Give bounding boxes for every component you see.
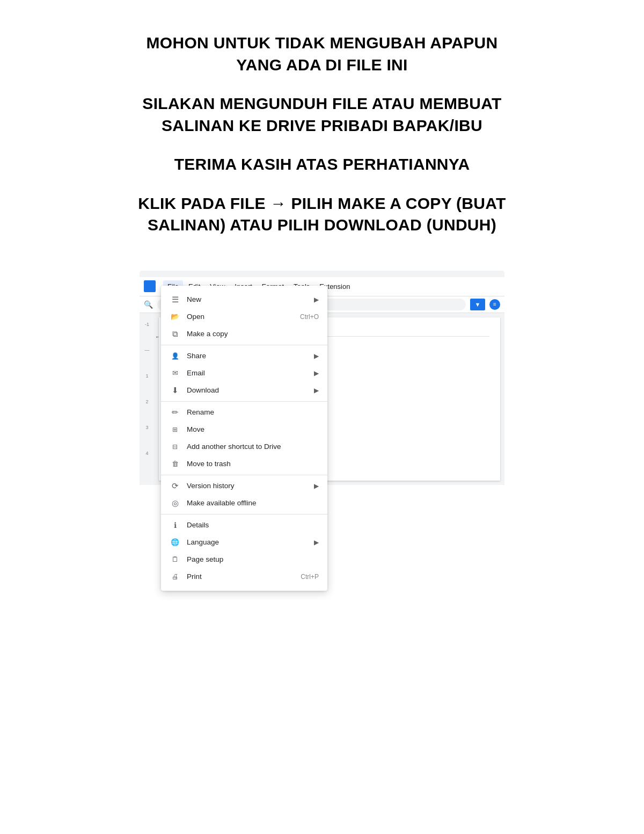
ruler-mark-3: 3	[145, 425, 148, 430]
share-label: Share	[187, 352, 308, 360]
menu-item-trash[interactable]: Move to trash	[161, 455, 327, 473]
menu-item-language[interactable]: Language ▶	[161, 534, 327, 551]
email-arrow: ▶	[314, 369, 319, 377]
menu-item-addshortcut[interactable]: Add another shortcut to Drive	[161, 438, 327, 455]
language-arrow: ▶	[314, 539, 319, 546]
docs-logo	[144, 280, 156, 292]
screenshot-area: File Edit View Insert Format Tools Exten…	[140, 271, 504, 485]
search-icon: 🔍	[144, 300, 153, 309]
instructions-section: MOHON UNTUK TIDAK MENGUBAH APAPUN YANG A…	[91, 32, 553, 253]
pagesetup-label: Page setup	[187, 555, 319, 563]
move-label: Move	[187, 425, 319, 433]
versionhistory-label: Version history	[187, 482, 308, 490]
heading-line-2: YANG ADA DI FILE INI	[91, 54, 553, 76]
heading-line-4: SALINAN KE DRIVE PRIBADI BAPAK/IBU	[91, 115, 553, 137]
trash-label: Move to trash	[187, 460, 319, 468]
offline-label: Make available offline	[187, 499, 319, 507]
new-label: New	[187, 295, 308, 303]
menu-item-download[interactable]: Download ▶	[161, 382, 327, 399]
menu-item-makecopy[interactable]: Make a copy	[161, 325, 327, 343]
email-icon	[170, 368, 180, 379]
details-icon	[170, 520, 180, 531]
heading-block-4: KLIK PADA FILE → PILIH MAKE A COPY (BUAT…	[91, 193, 553, 236]
menu-item-move[interactable]: Move	[161, 421, 327, 438]
menu-item-print[interactable]: Print Ctrl+P	[161, 568, 327, 585]
download-label: Download	[187, 386, 308, 394]
ruler-mark-1: 1	[145, 373, 148, 379]
history-icon	[170, 481, 180, 491]
language-icon	[170, 537, 180, 548]
menu-item-details[interactable]: Details	[161, 517, 327, 534]
rename-icon	[170, 407, 180, 418]
heading-block-2: SILAKAN MENGUNDUH FILE ATAU MEMBUAT SALI…	[91, 93, 553, 136]
offline-icon	[170, 498, 180, 509]
share-arrow: ▶	[314, 352, 319, 360]
language-label: Language	[187, 538, 308, 546]
menu-item-share[interactable]: Share ▶	[161, 347, 327, 365]
email-label: Email	[187, 369, 308, 377]
print-icon	[170, 571, 180, 582]
menu-item-pagesetup[interactable]: Page setup	[161, 551, 327, 568]
menu-item-rename[interactable]: Rename	[161, 404, 327, 421]
print-label: Print	[187, 572, 294, 581]
menu-item-open[interactable]: Open Ctrl+O	[161, 308, 327, 325]
trash-icon	[170, 459, 180, 469]
menu-section-manage: Rename Move Add another shortcut to Driv…	[161, 402, 327, 475]
details-label: Details	[187, 521, 319, 529]
menu-section-version: Version history ▶ Make available offline	[161, 475, 327, 514]
menu-item-email[interactable]: Email ▶	[161, 365, 327, 382]
menu-section-file: New ▶ Open Ctrl+O Make a copy	[161, 289, 327, 345]
print-shortcut: Ctrl+P	[301, 573, 319, 581]
filter-icon-blue: ≡	[489, 299, 500, 310]
copy-icon	[170, 329, 180, 339]
file-dropdown-menu: New ▶ Open Ctrl+O Make a copy	[161, 286, 327, 591]
menu-item-offline[interactable]: Make available offline	[161, 495, 327, 512]
filter-button[interactable]: ▼	[470, 299, 485, 310]
heading-block-1: MOHON UNTUK TIDAK MENGUBAH APAPUN YANG A…	[91, 32, 553, 76]
heading-block-3: TERIMA KASIH ATAS PERHATIANNYA	[91, 154, 553, 176]
addshortcut-icon	[170, 441, 180, 452]
rename-label: Rename	[187, 408, 319, 416]
heading-line-1: MOHON UNTUK TIDAK MENGUBAH APAPUN	[91, 32, 553, 54]
move-icon	[170, 424, 180, 435]
filter-icon: ▼	[475, 301, 481, 308]
ruler-left: -1 — 1 2 3 4	[140, 317, 155, 481]
heading-line-6: KLIK PADA FILE → PILIH MAKE A COPY (BUAT	[91, 193, 553, 215]
menu-item-versionhistory[interactable]: Version history ▶	[161, 477, 327, 495]
download-arrow: ▶	[314, 387, 319, 394]
pagesetup-icon	[170, 554, 180, 565]
makecopy-label: Make a copy	[187, 330, 319, 338]
open-icon	[170, 311, 180, 322]
open-shortcut: Ctrl+O	[300, 313, 319, 321]
share-icon	[170, 351, 180, 361]
ruler-mark-4: 4	[145, 451, 148, 456]
versionhistory-arrow: ▶	[314, 482, 319, 490]
heading-line-7: SALINAN) ATAU PILIH DOWNLOAD (UNDUH)	[91, 214, 553, 236]
menu-section-settings: Details Language ▶ Page setup Print	[161, 514, 327, 588]
filter-lines-icon: ≡	[493, 301, 496, 307]
ruler-mark-neg1: -1	[145, 322, 149, 327]
heading-line-5: TERIMA KASIH ATAS PERHATIANNYA	[91, 154, 553, 176]
addshortcut-label: Add another shortcut to Drive	[187, 443, 319, 451]
ruler-mark-2: 2	[145, 399, 148, 404]
open-label: Open	[187, 313, 294, 321]
download-icon	[170, 385, 180, 396]
menu-section-share: Share ▶ Email ▶ Download ▶	[161, 345, 327, 402]
menu-item-new[interactable]: New ▶	[161, 291, 327, 308]
new-icon	[170, 294, 180, 305]
new-arrow: ▶	[314, 296, 319, 303]
docs-window: File Edit View Insert Format Tools Exten…	[140, 271, 504, 485]
page-wrapper: MOHON UNTUK TIDAK MENGUBAH APAPUN YANG A…	[43, 32, 601, 485]
ruler-mark-0: —	[145, 347, 150, 353]
heading-line-3: SILAKAN MENGUNDUH FILE ATAU MEMBUAT	[91, 93, 553, 115]
